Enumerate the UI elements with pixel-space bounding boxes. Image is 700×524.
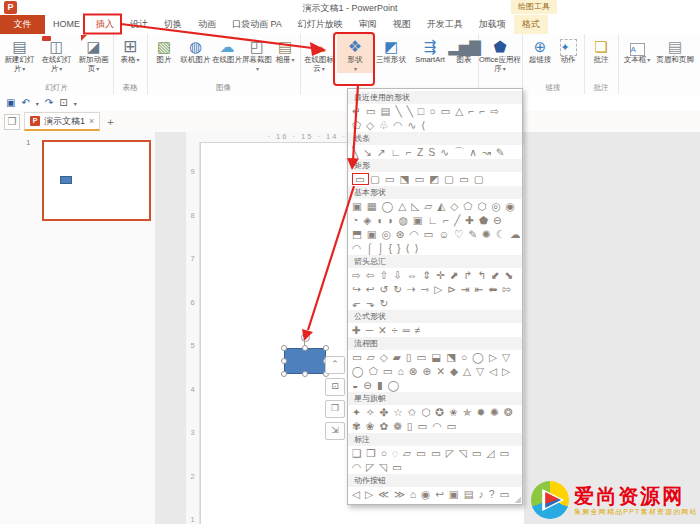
basic-shapes-row-3[interactable]: ⬒ ▣ ◎ ⊛ ◠ ▭ ☺ ♡ ✎ ✺ ☾ ☁: [348, 227, 522, 241]
chevron-down-icon: ▾: [291, 57, 294, 63]
shapes-dropdown-menu: 最近使用的形状 ↵ ▭ ▤ ╲ ╲ □ ○ ▭ △ ⌐ ⌐ ⇨ ⬠ ◇ ♧ ◠ …: [347, 88, 523, 505]
basic-shapes-row-1[interactable]: ▣ ▦ ◯ △ ◺ ▱ ◭ ◇ ⬠ ⬡ ◎ ◉: [348, 199, 522, 213]
tab-animations[interactable]: 动画: [190, 15, 224, 34]
shapes-button[interactable]: ❖ 形状▾: [337, 34, 373, 73]
photo-album-button[interactable]: ▤ 相册▾: [272, 34, 298, 65]
expand-button[interactable]: ⇲: [325, 422, 345, 440]
tab-pocket-animation[interactable]: 口袋动画 PA: [224, 15, 290, 34]
screenshot-label: 屏幕截图: [242, 55, 272, 64]
tab-transitions[interactable]: 切换: [156, 15, 190, 34]
office-apps-button[interactable]: ⬟ Office应用程序▾: [479, 34, 521, 73]
menu-section-stars-banners: 星与旗帜: [348, 392, 522, 405]
resize-handle-ne[interactable]: [323, 345, 329, 351]
tab-insert[interactable]: 插入: [88, 15, 122, 34]
new-document-tab-icon[interactable]: +: [104, 116, 116, 128]
online-slide-button[interactable]: ◫ 在线幻灯片▾: [38, 34, 75, 73]
3d-shapes-label: 三维形状: [376, 55, 406, 64]
picture-button[interactable]: ▧ 图片: [149, 34, 179, 65]
rectangle-shape-items[interactable]: ▢ ▭ ⬔ ▭ ◩ ▢ ▭ ▢: [370, 173, 485, 185]
resize-handle-w[interactable]: [281, 358, 287, 364]
tab-design[interactable]: 设计: [122, 15, 156, 34]
block-arrows-row-2[interactable]: ↪ ↩ ↺ ↻ ⇢ ⇾ ▷ ⊳ ⇥ ⇤ ⬅ ⇰: [348, 282, 522, 296]
photo-album-label: 相册: [275, 55, 290, 64]
new-anim-page-button[interactable]: ◪ 新加动画页▾: [75, 34, 112, 73]
tab-format[interactable]: 格式: [514, 15, 548, 34]
header-footer-button[interactable]: ▤ 页眉和页脚: [653, 34, 697, 65]
lines-row[interactable]: ╲ ↘ ↗ ∟ ⌐ Z S ∿ ⌒ ∧ ↝ ✎: [348, 145, 522, 159]
powerpoint-window: P 演示文稿1 - PowerPoint 绘图工具 文件 HOME 插入 设计 …: [0, 0, 700, 524]
block-arrows-row-3[interactable]: ⬐ ⬎ ↻: [348, 296, 522, 310]
undo-icon[interactable]: ↶: [21, 96, 29, 110]
resize-handle-s[interactable]: [302, 371, 308, 377]
tab-home[interactable]: HOME: [45, 15, 88, 34]
callouts-row-1[interactable]: ❑ ❒ ○ ◌ ▱ ▭ ▭ ◸ ◹ ▭ ◿ ▭: [348, 446, 522, 460]
recent-shapes-row-1[interactable]: ↵ ▭ ▤ ╲ ╲ □ ○ ▭ △ ⌐ ⌐ ⇨: [348, 104, 522, 118]
layers-button[interactable]: ❐: [325, 400, 345, 418]
comment-icon: ❏: [594, 37, 607, 56]
smartart-button[interactable]: ⇶ SmartArt: [409, 34, 451, 65]
rectangles-row[interactable]: ▭▢ ▭ ⬔ ▭ ◩ ▢ ▭ ▢: [348, 172, 522, 186]
chart-icon: ▂▅▇: [448, 37, 480, 56]
slide-1-thumbnail[interactable]: [42, 140, 151, 221]
resize-handle-sw[interactable]: [281, 371, 287, 377]
screenshot-button[interactable]: ◰ 屏幕截图▾: [242, 34, 272, 73]
tab-addins[interactable]: 加载项: [471, 15, 514, 34]
resize-handle-nw[interactable]: [281, 345, 287, 351]
textbox-button[interactable]: A 文本框▾: [621, 34, 653, 65]
chevron-down-icon: ▾: [59, 66, 62, 72]
tab-review[interactable]: 审阅: [351, 15, 385, 34]
table-button[interactable]: ⊞ 表格▾: [114, 34, 146, 65]
undo-caret-icon[interactable]: ▾: [36, 100, 39, 107]
chart-button[interactable]: ▂▅▇ 图表: [451, 34, 477, 65]
resize-handle-n[interactable]: [302, 345, 308, 351]
ppt-file-icon: P: [30, 116, 40, 126]
equation-shapes-row[interactable]: ✚ ─ ✕ ÷ ═ ≠: [348, 323, 522, 337]
fit-slide-button[interactable]: ⊡: [325, 378, 345, 396]
shapes-icon: ❖: [348, 37, 362, 56]
collapse-panel-button[interactable]: ⌃: [325, 356, 345, 374]
basic-shapes-row-2[interactable]: ◔ ◈ ◖ ◗ ◍ ▣ ∟ ⌐ ╱ ✚ ⬟ ⊖: [348, 213, 522, 227]
rectangle-shape-item[interactable]: ▭: [352, 173, 369, 185]
flowchart-row-2[interactable]: ◯ ⬠ ▭ ⌂ ⊗ ⊕ ✕ ◆ △ ▽ ◁ ▷: [348, 364, 522, 378]
online-pictures-icon: ◍: [189, 37, 202, 56]
hyperlink-button[interactable]: ⊕ 超链接: [525, 34, 555, 65]
new-slide-button[interactable]: ▤ 新建幻灯片▾: [1, 34, 38, 73]
tab-file[interactable]: 文件: [0, 15, 45, 34]
rotation-handle[interactable]: [301, 333, 310, 342]
office-apps-label: Office应用程序: [479, 55, 521, 73]
stars-banners-row-2[interactable]: ✾ ❀ ✿ ❁ ▯ ▭ ◠ ▭: [348, 419, 522, 433]
group-apps: ⬟ Office应用程序▾: [478, 34, 523, 94]
comment-button[interactable]: ❏ 批注: [586, 34, 616, 65]
stars-banners-row-1[interactable]: ✦ ✧ ✤ ☆ ✩ ⬡ ✪ ✬ ✯ ✹ ✺ ❂: [348, 405, 522, 419]
flowchart-row-3[interactable]: ◒ ⊖ ▮ ◯: [348, 378, 522, 392]
group-text: A 文本框▾ ▤ 页眉和页脚: [618, 34, 700, 94]
block-arrows-row-1[interactable]: ⇨ ⇦ ⇧ ⇩ ⇔ ⇕ ✛ ⬈ ↱ ↰ ⬋ ⬊: [348, 268, 522, 282]
start-slideshow-icon[interactable]: ⊡: [59, 96, 67, 110]
recent-shapes-row-2[interactable]: ⬠ ◇ ♧ ◠ ∿ ⟨: [348, 118, 522, 132]
redo-icon[interactable]: ↷: [45, 96, 53, 110]
flowchart-row-1[interactable]: ▭ ▱ ◇ ▰ ▯ ▭ ⬓ ⬔ ○ ◯ ▷ ▽: [348, 350, 522, 364]
online-icon-cloud-button[interactable]: ☁ 在线图标云▾: [301, 34, 337, 73]
resize-grip-icon[interactable]: ◢: [515, 495, 521, 504]
group-label-links: 链接: [522, 83, 584, 93]
basic-shapes-row-4[interactable]: ◠ ⌠ ⌡ { } ⟨ ⟩: [348, 241, 522, 255]
tab-view[interactable]: 视图: [385, 15, 419, 34]
chevron-down-icon: ▾: [503, 66, 506, 72]
customize-qat-caret-icon[interactable]: ▾: [74, 100, 77, 107]
web-pictures-button[interactable]: ☁ 在线图片: [212, 34, 242, 65]
action-buttons-row[interactable]: ◁ ▷ ≪ ≫ ⌂ ◉ ↩ ▣ ▤ ♪ ? ▭: [348, 487, 522, 501]
window-title: 演示文稿1 - PowerPoint: [0, 2, 700, 15]
document-tab[interactable]: P 演示文稿1 ×: [24, 112, 100, 131]
menu-section-equation: 公式形状: [348, 310, 522, 323]
online-pictures-button[interactable]: ◍ 联机图片: [179, 34, 212, 65]
slide-number: 1: [26, 138, 30, 147]
close-tab-icon[interactable]: ×: [89, 116, 94, 126]
3d-shapes-button[interactable]: ◩ 三维形状: [373, 34, 409, 65]
tab-developer[interactable]: 开发工具: [419, 15, 471, 34]
callouts-row-2[interactable]: ◠ ◸ ◹ ▭: [348, 460, 522, 474]
save-icon[interactable]: ▣: [6, 96, 15, 110]
tab-slideshow[interactable]: 幻灯片放映: [290, 15, 351, 34]
document-list-icon[interactable]: ❐: [4, 114, 20, 130]
action-button[interactable]: ✦ 动作: [555, 34, 581, 65]
hyperlink-label: 超链接: [529, 55, 552, 64]
